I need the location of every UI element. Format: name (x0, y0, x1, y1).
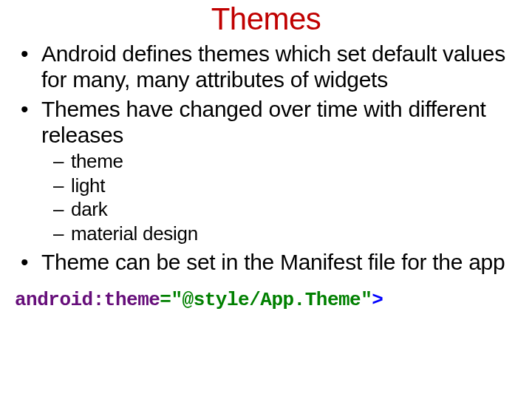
bullet-item: Themes have changed over time with diffe… (41, 97, 510, 245)
sub-bullet-item: material design (71, 222, 510, 246)
bullet-list: Android defines themes which set default… (0, 41, 532, 276)
sub-bullet-item: light (71, 174, 510, 198)
bullet-item: Theme can be set in the Manifest file fo… (41, 250, 510, 276)
slide: Themes Android defines themes which set … (0, 0, 532, 399)
sub-bullet-item: dark (71, 197, 510, 222)
bullet-text: Themes have changed over time with diffe… (41, 97, 486, 147)
code-snippet: android:theme="@style/App.Theme"> (0, 280, 532, 311)
code-value: @style/App.Theme (183, 289, 361, 311)
code-equals: = (160, 289, 171, 311)
code-bracket: > (372, 289, 383, 311)
code-attribute: android:theme (15, 289, 160, 311)
code-quote: " (361, 289, 372, 311)
sub-bullet-item: theme (71, 149, 510, 174)
slide-title: Themes (0, 0, 532, 37)
sub-bullet-list: theme light dark material design (41, 149, 510, 245)
bullet-item: Android defines themes which set default… (41, 41, 510, 92)
code-quote: " (171, 289, 182, 311)
